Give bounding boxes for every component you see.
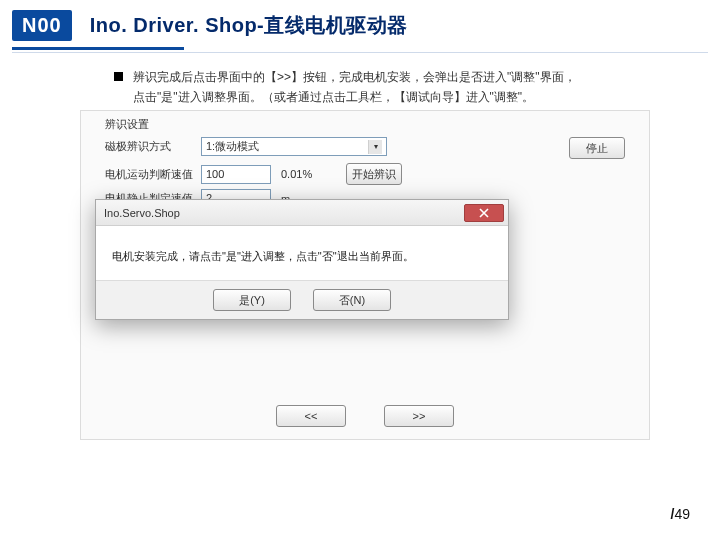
bullet-square-icon [114,72,123,81]
logo-badge: N00 [12,10,72,41]
confirm-dialog: Ino.Servo.Shop 电机安装完成，请点击"是"进入调整，点击"否"退出… [95,199,509,320]
dialog-title-bar: Ino.Servo.Shop [96,200,508,226]
separator-line [12,52,708,53]
page-number: /49 [671,506,690,522]
slide: N00 Ino. Driver. Shop-直线电机驱动器 辨识完成后点击界面中… [0,0,720,540]
label-mode: 磁极辨识方式 [105,139,193,154]
chevron-down-icon: ▾ [368,140,382,154]
unit-move: 0.01% [281,168,312,180]
title-underline [12,47,184,50]
group-label: 辨识设置 [105,117,149,132]
yes-button[interactable]: 是(Y) [213,289,291,311]
stop-button[interactable]: 停止 [569,137,625,159]
dialog-body: 电机安装完成，请点击"是"进入调整，点击"否"退出当前界面。 [96,226,508,280]
instruction-line2: 点击"是"进入调整界面。（或者通过点击工具栏，【调试向导】进入"调整"。 [133,90,534,104]
dialog-button-bar: 是(Y) 否(N) [96,280,508,319]
input-move[interactable]: 100 [201,165,271,184]
start-button[interactable]: 开始辨识 [346,163,402,185]
page-title: Ino. Driver. Shop-直线电机驱动器 [90,12,408,39]
nav-row: << >> [81,405,649,427]
page-total: 49 [674,506,690,522]
close-icon [479,208,489,218]
row-mode: 磁极辨识方式 1:微动模式 ▾ [105,137,387,156]
prev-button[interactable]: << [276,405,346,427]
dropdown-mode-value: 1:微动模式 [206,139,259,154]
label-move: 电机运动判断速值 [105,167,193,182]
close-button[interactable] [464,204,504,222]
instruction-line1: 辨识完成后点击界面中的【>>】按钮，完成电机安装，会弹出是否进入"调整"界面， [133,70,576,84]
header: N00 Ino. Driver. Shop-直线电机驱动器 [0,0,720,41]
dropdown-mode[interactable]: 1:微动模式 ▾ [201,137,387,156]
no-button[interactable]: 否(N) [313,289,391,311]
instruction-text: 辨识完成后点击界面中的【>>】按钮，完成电机安装，会弹出是否进入"调整"界面， … [133,67,576,108]
app-screenshot-panel: 辨识设置 磁极辨识方式 1:微动模式 ▾ 停止 电机运动判断速值 100 0.0… [80,110,650,440]
row-move: 电机运动判断速值 100 0.01% 开始辨识 [105,163,402,185]
next-button[interactable]: >> [384,405,454,427]
dialog-message: 电机安装完成，请点击"是"进入调整，点击"否"退出当前界面。 [112,248,492,266]
dialog-title: Ino.Servo.Shop [104,207,180,219]
instruction-bullet: 辨识完成后点击界面中的【>>】按钮，完成电机安装，会弹出是否进入"调整"界面， … [114,67,690,108]
